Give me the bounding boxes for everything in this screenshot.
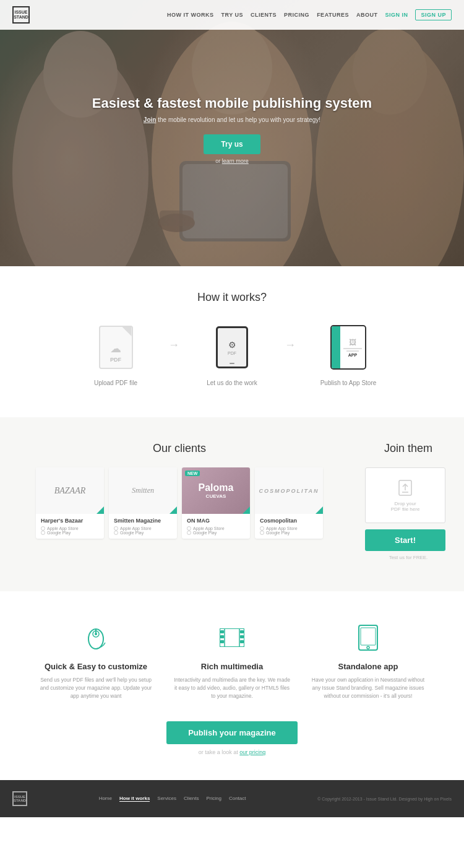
step-3-label: Publish to App Store xyxy=(320,380,377,386)
card-info-onmag: ON MAG Apple App Store Google Play xyxy=(182,514,250,539)
nav-how-it-works[interactable]: HOW IT WORKS xyxy=(167,12,214,18)
separator-line2 xyxy=(346,350,359,352)
store-dot2 xyxy=(41,531,45,535)
tablet-pdf-label: PDF xyxy=(228,351,236,355)
footer-logo: ISSUE STAND xyxy=(12,791,27,806)
client-img-onmag: NEW Paloma CUEVAS xyxy=(182,467,250,514)
feature-title-3: Standalone app xyxy=(338,662,398,671)
or-label: or take a look at xyxy=(199,749,238,755)
client-img-smitten: Smitten xyxy=(109,467,177,514)
teal-corner xyxy=(316,506,323,514)
try-us-button[interactable]: Try us xyxy=(204,134,260,154)
footer-nav-how-it-works[interactable]: How it works xyxy=(119,796,150,802)
store-label: Apple App Store xyxy=(120,526,152,531)
join-title: Join them xyxy=(365,442,452,455)
hero-content: Easiest & fastest mobile publishing syst… xyxy=(46,95,418,164)
bazaar-logo: BAZAAR xyxy=(54,486,86,496)
store-apple: Apple App Store xyxy=(260,526,318,531)
how-it-works-title: How it works? xyxy=(12,291,452,304)
feature-desc-3: Have your own application in Newsstand w… xyxy=(309,676,427,700)
publish-button[interactable]: Publish your magazine xyxy=(166,721,298,744)
clients-layout: Our clients BAZAAR Harper's Bazaar Apple… xyxy=(12,442,452,560)
upload-icon xyxy=(396,479,415,497)
arrow-1: → xyxy=(165,339,183,352)
start-button[interactable]: Start! xyxy=(365,529,445,551)
card-info-cosmo: Cosmopolitan Apple App Store Google Play xyxy=(255,514,323,539)
steps-container: ☁ PDF Upload PDF file → ⚙ PDF Let us do … xyxy=(12,323,452,386)
card-info-smitten: Smitten Magazine Apple App Store Google … xyxy=(109,514,177,539)
pricing-link[interactable]: our pricing xyxy=(239,749,265,755)
features-section: Quick & Easy to customize Send us your P… xyxy=(0,591,464,780)
new-badge: NEW xyxy=(185,471,200,476)
test-free-label: Test us for FREE. xyxy=(389,555,428,560)
client-name: ON MAG xyxy=(187,518,245,524)
footer-nav-home[interactable]: Home xyxy=(99,796,112,802)
nav-features[interactable]: FEATURES xyxy=(317,12,349,18)
clients-title: Our clients xyxy=(12,442,346,455)
how-it-works-section: How it works? ☁ PDF Upload PDF file → ⚙ … xyxy=(0,266,464,417)
footer-nav-clients[interactable]: Clients xyxy=(184,796,199,802)
store-dot xyxy=(260,526,264,531)
store-apple: Apple App Store xyxy=(41,526,99,531)
arrow-2: → xyxy=(281,339,299,352)
footer-nav-pricing[interactable]: Pricing xyxy=(206,796,221,802)
cloud-icon: ☁ xyxy=(110,342,121,355)
learn-more-link[interactable]: learn more xyxy=(222,158,249,164)
store-google: Google Play xyxy=(114,531,172,535)
site-header: ISSUE STAND HOW IT WORKS TRY US CLIENTS … xyxy=(0,0,464,30)
client-card-bazaar: BAZAAR Harper's Bazaar Apple App Store G… xyxy=(36,467,104,539)
step-1-label: Upload PDF file xyxy=(94,380,137,386)
test-free-text: Test us for FREE. xyxy=(365,555,452,560)
nav-clients[interactable]: CLIENTS xyxy=(251,12,277,18)
card-info-bazaar: Harper's Bazaar Apple App Store Google P… xyxy=(36,514,104,539)
teal-corner xyxy=(97,506,104,514)
app-store-icon: 🖼 APP xyxy=(330,325,366,370)
nav-sign-up[interactable]: SIGN UP xyxy=(415,9,452,20)
hero-learn-more: or learn more xyxy=(46,158,418,164)
svg-rect-24 xyxy=(240,635,244,638)
or-pricing-text: or take a look at our pricing xyxy=(12,749,452,755)
feature-multimedia: Rich multimedia Interactivity and multim… xyxy=(173,622,291,700)
step-1-icon: ☁ PDF xyxy=(94,323,137,372)
gear-icon: ⚙ xyxy=(228,340,236,350)
smitten-logo: Smitten xyxy=(132,486,154,495)
pdf-drop-zone[interactable]: Drop yourPDF file here xyxy=(365,467,445,523)
store-google: Google Play xyxy=(260,531,318,535)
client-name: Cosmopolitan xyxy=(260,518,318,524)
store-google: Google Play xyxy=(41,531,99,535)
feature-quick-easy: Quick & Easy to customize Send us your P… xyxy=(37,622,155,700)
store-dot2 xyxy=(114,531,118,535)
hero-heading: Easiest & fastest mobile publishing syst… xyxy=(46,95,418,111)
feature-title-1: Quick & Easy to customize xyxy=(45,662,147,671)
footer-nav-contact[interactable]: Contact xyxy=(229,796,246,802)
store-label2: Google Play xyxy=(266,531,290,535)
footer-logo-box: ISSUE STAND xyxy=(12,791,27,806)
client-card-cosmo: COSMOPOLITAN Cosmopolitan Apple App Stor… xyxy=(255,467,323,539)
hero-join: Join xyxy=(144,116,157,123)
store-label2: Google Play xyxy=(47,531,71,535)
store-dot2 xyxy=(260,531,264,535)
store-dot2 xyxy=(187,531,191,535)
step-2: ⚙ PDF Let us do the work xyxy=(183,323,281,386)
nav-pricing[interactable]: PRICING xyxy=(284,12,309,18)
step-2-icon: ⚙ PDF xyxy=(210,323,254,372)
store-dot xyxy=(41,526,45,531)
site-footer: ISSUE STAND Home How it works Services C… xyxy=(0,780,464,817)
svg-point-28 xyxy=(367,646,369,649)
footer-nav-services[interactable]: Services xyxy=(157,796,176,802)
app-icon-content: 🖼 APP xyxy=(343,338,362,357)
mouse-icon xyxy=(80,622,111,653)
nav-about[interactable]: ABOUT xyxy=(356,12,378,18)
nav-sign-in[interactable]: SIGN IN xyxy=(385,12,408,18)
onmag-logo: Paloma CUEVAS xyxy=(199,482,234,499)
store-label: Apple App Store xyxy=(193,526,225,531)
store-label2: Google Play xyxy=(120,531,144,535)
nav-try-us[interactable]: TRY US xyxy=(221,12,244,18)
mouse-svg xyxy=(84,625,108,650)
logo-box: ISSUE STAND xyxy=(12,6,30,24)
step-2-label: Let us do the work xyxy=(207,380,257,386)
logo: ISSUE STAND xyxy=(12,6,30,24)
film-svg xyxy=(220,628,244,647)
store-apple: Apple App Store xyxy=(114,526,172,531)
features-grid: Quick & Easy to customize Send us your P… xyxy=(12,622,452,700)
